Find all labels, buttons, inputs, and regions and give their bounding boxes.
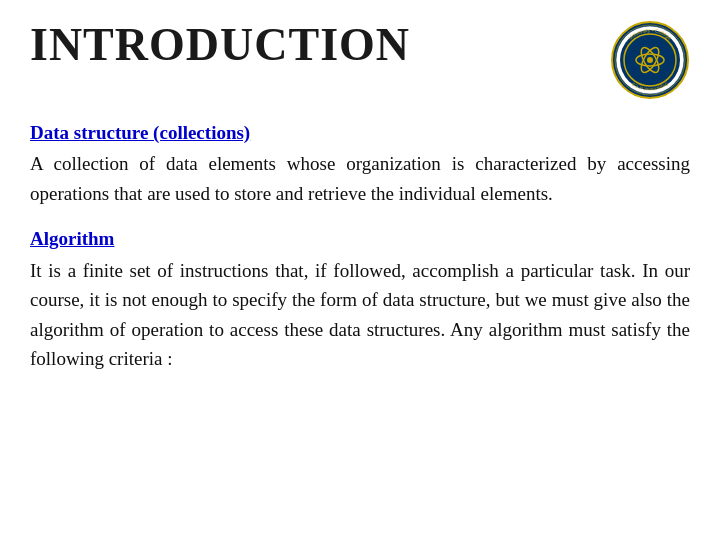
slide-title: INTRODUCTION (30, 20, 410, 71)
header: INTRODUCTION University • College (30, 20, 690, 100)
algorithm-body: It is a finite set of instructions that,… (30, 256, 690, 374)
algorithm-section: Algorithm It is a finite set of instruct… (30, 212, 690, 373)
data-structure-section: Data structure (collections) A collectio… (30, 118, 690, 208)
university-logo: University • College Department of CS (610, 20, 690, 100)
data-structure-heading: Data structure (collections) (30, 118, 250, 147)
svg-point-7 (647, 57, 653, 63)
content-area: Data structure (collections) A collectio… (30, 118, 690, 374)
algorithm-heading: Algorithm (30, 224, 114, 253)
title-text: INTRODUCTION (30, 19, 410, 70)
slide: INTRODUCTION University • College (0, 0, 720, 540)
data-structure-body: A collection of data elements whose orga… (30, 149, 690, 208)
